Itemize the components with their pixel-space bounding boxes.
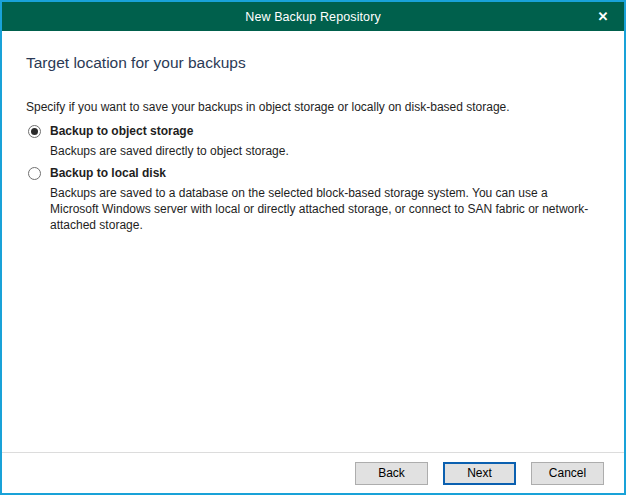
option-label: Backup to object storage bbox=[50, 124, 193, 138]
back-button[interactable]: Back bbox=[355, 462, 428, 485]
option-label: Backup to local disk bbox=[50, 166, 166, 180]
intro-text: Specify if you want to save your backups… bbox=[26, 99, 600, 115]
option-backup-to-object-storage: Backup to object storage Backups are sav… bbox=[28, 124, 600, 159]
page-title: Target location for your backups bbox=[26, 54, 600, 72]
option-description: Backups are saved directly to object sto… bbox=[50, 143, 598, 159]
radio-button-object-storage[interactable] bbox=[28, 125, 41, 138]
option-backup-to-local-disk: Backup to local disk Backups are saved t… bbox=[28, 166, 600, 233]
radio-row-object-storage[interactable]: Backup to object storage bbox=[28, 124, 600, 138]
option-description: Backups are saved to a database on the s… bbox=[50, 185, 598, 233]
radio-row-local-disk[interactable]: Backup to local disk bbox=[28, 166, 600, 180]
new-backup-repository-dialog: New Backup Repository ✕ Target location … bbox=[0, 0, 626, 495]
cancel-button[interactable]: Cancel bbox=[531, 462, 604, 485]
window-title: New Backup Repository bbox=[245, 10, 381, 24]
titlebar: New Backup Repository ✕ bbox=[2, 2, 624, 31]
footer-bar: Back Next Cancel bbox=[2, 452, 624, 493]
close-icon[interactable]: ✕ bbox=[582, 2, 624, 31]
radio-button-local-disk[interactable] bbox=[28, 167, 41, 180]
wizard-page-content: Target location for your backups Specify… bbox=[2, 31, 624, 233]
next-button[interactable]: Next bbox=[443, 462, 516, 485]
